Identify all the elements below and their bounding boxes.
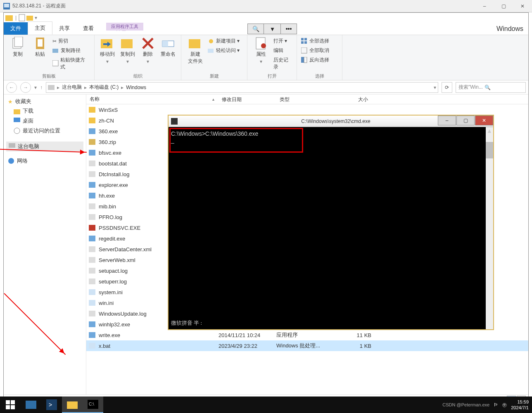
svg-rect-22 (301, 41, 304, 44)
history-button[interactable]: 历史记录 (273, 56, 293, 71)
pasteshortcut-button[interactable]: 粘贴快捷方式 (52, 56, 90, 71)
up-button[interactable]: ↑ (40, 85, 43, 90)
copyto-button[interactable]: 复制到▾ (119, 37, 137, 64)
breadcrumb-bar[interactable]: ▸ 这台电脑▸ 本地磁盘 (C:)▸ Windows ▾ (46, 82, 438, 93)
cmd-ime-status: 微软拼音 半 : (171, 319, 202, 327)
tab-file[interactable]: 文件 (4, 22, 28, 35)
refresh-button[interactable]: ⟳ (442, 82, 452, 93)
recent-icon (14, 127, 20, 134)
moveto-button[interactable]: 移动到▾ (99, 37, 116, 64)
fwd-button[interactable]: → (20, 82, 31, 93)
svg-rect-58 (6, 405, 10, 409)
svg-rect-55 (89, 343, 95, 349)
svg-rect-8 (38, 39, 43, 47)
delete-button[interactable]: 删除▾ (139, 37, 157, 64)
crumb-dropdown[interactable]: ▾ (434, 85, 436, 90)
start-button[interactable] (0, 396, 21, 413)
invertsel-button[interactable]: 反向选择 (301, 56, 329, 64)
column-headers[interactable]: 名称▲ 修改日期 类型 大小 (86, 94, 528, 104)
svg-rect-31 (9, 143, 15, 148)
tab-home[interactable]: 主页 (28, 21, 52, 35)
cmd-window: C:\Windows\system32\cmd.exe – ▢ ✕ C:\Win… (168, 115, 494, 330)
rdp-titlebar: 52.83.148.21 - 远程桌面 – ▢ ✕ (0, 0, 532, 12)
quick-access-toolbar: | ▾ 应用程序工具 文件 主页 共享 查看 管理 🔍 ▾ ••• Window… (4, 13, 528, 23)
zoom-controls: 🔍 ▾ ••• (247, 23, 297, 35)
selectnone-button[interactable]: 全部取消 (301, 46, 329, 55)
zoom-button[interactable]: 🔍 (247, 24, 264, 34)
svg-rect-38 (89, 160, 95, 166)
rdp-minimize-button[interactable]: – (475, 0, 494, 12)
tray-clock[interactable]: 15:59 2024/7/1 (511, 399, 529, 411)
shortcut-icon (52, 60, 59, 67)
recent-dropdown[interactable]: ▾ (34, 85, 37, 90)
taskbar-cmd[interactable]: C:\ (83, 396, 103, 413)
taskbar: > C:\ CSDN @Peterman.exe 🏳 ㊥ 15:59 2024/… (0, 396, 532, 413)
cmd-terminal[interactable]: C:\Windows>C:\Windows\360.exe _ 微软拼音 半 :… (169, 127, 493, 329)
paste-button[interactable]: 粘贴 (30, 37, 50, 58)
rdp-close-button[interactable]: ✕ (513, 0, 532, 12)
new-folder-icon[interactable] (26, 14, 34, 21)
svg-rect-29 (14, 118, 20, 122)
newitem-button[interactable]: 新建项目 ▾ (208, 37, 240, 45)
svg-text:>: > (49, 401, 52, 408)
svg-point-16 (209, 39, 213, 43)
cmd-close-button[interactable]: ✕ (475, 116, 493, 125)
file-row[interactable]: write.exe2014/11/21 10:24应用程序11 KB (86, 330, 528, 340)
tab-share[interactable]: 共享 (52, 22, 76, 35)
selectall-button[interactable]: 全部选择 (301, 37, 329, 45)
easyaccess-button[interactable]: 轻松访问 ▾ (208, 46, 240, 55)
nav-pane: ★收藏夹 下载 桌面 最近访问的位置 这台电脑 网络 (4, 94, 86, 394)
rename-button[interactable]: 重命名 (159, 37, 177, 58)
file-row[interactable]: WinSxS (86, 104, 528, 115)
svg-rect-3 (19, 14, 25, 21)
svg-rect-39 (89, 171, 95, 177)
file-row[interactable]: x.bat2023/4/29 23:22Windows 批处理...1 KB (86, 340, 528, 351)
side-desktop[interactable]: 桌面 (6, 116, 83, 126)
taskbar-powershell[interactable]: > (41, 396, 62, 413)
cmd-min-button[interactable]: – (438, 116, 456, 125)
svg-rect-23 (304, 41, 307, 44)
svg-rect-51 (89, 300, 95, 306)
tray-flag-icon[interactable]: 🏳 (494, 402, 498, 407)
copy-button[interactable]: 复制 (8, 37, 28, 58)
crumb-2[interactable]: Windows (126, 85, 146, 90)
svg-rect-49 (89, 278, 95, 284)
side-network[interactable]: 网络 (6, 157, 83, 165)
grid-icon (301, 38, 308, 45)
svg-rect-24 (301, 47, 307, 53)
open-button[interactable]: 打开 ▾ (273, 37, 293, 45)
search-box[interactable]: 搜索"Win...🔍 (456, 82, 526, 93)
copypath-button[interactable]: 复制路径 (52, 46, 90, 55)
crumb-0[interactable]: 这台电脑 (62, 84, 82, 91)
zoom-dropdown[interactable]: ▾ (264, 24, 280, 34)
crumb-1[interactable]: 本地磁盘 (C:) (89, 84, 119, 91)
side-downloads[interactable]: 下载 (6, 106, 83, 116)
taskbar-server-mgr[interactable] (21, 396, 41, 413)
svg-rect-25 (301, 57, 304, 63)
svg-rect-10 (52, 60, 58, 66)
side-recent[interactable]: 最近访问的位置 (6, 126, 83, 136)
taskbar-explorer[interactable] (62, 396, 83, 413)
zoom-more[interactable]: ••• (280, 24, 297, 34)
rdp-maximize-button[interactable]: ▢ (494, 0, 513, 12)
svg-rect-21 (304, 38, 307, 40)
svg-rect-57 (11, 400, 15, 404)
cmd-titlebar[interactable]: C:\Windows\system32\cmd.exe – ▢ ✕ (169, 116, 493, 127)
cmd-max-button[interactable]: ▢ (456, 116, 475, 125)
svg-rect-17 (208, 49, 214, 53)
cut-button[interactable]: ✂剪切 (52, 37, 90, 45)
properties-button[interactable]: 属性▾ (252, 37, 271, 64)
star-icon: ★ (8, 99, 13, 105)
newfolder-button[interactable]: 新建 文件夹 (185, 37, 205, 65)
side-favorites[interactable]: ★收藏夹 (6, 98, 83, 105)
tray-ime-icon[interactable]: ㊥ (502, 402, 507, 408)
cmd-scrollbar[interactable]: ▲ (486, 127, 493, 329)
back-button[interactable]: ← (6, 82, 17, 93)
svg-rect-41 (89, 193, 95, 198)
svg-rect-37 (89, 150, 95, 156)
properties-icon[interactable] (18, 14, 26, 21)
group-open-label: 打开 (252, 72, 292, 79)
svg-rect-9 (52, 49, 58, 53)
tab-view[interactable]: 查看 (76, 22, 100, 35)
edit-button[interactable]: 编辑 (273, 46, 293, 55)
